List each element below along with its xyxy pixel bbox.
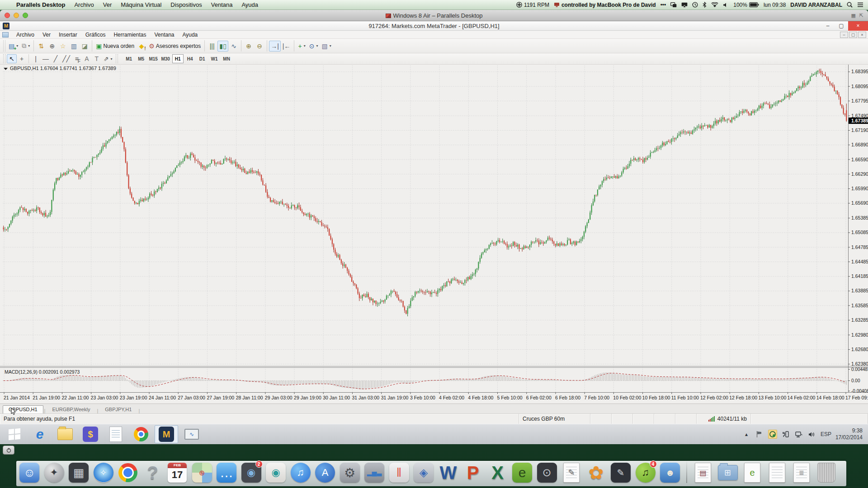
bluetooth-menu[interactable]: [703, 2, 707, 8]
taskbar-money-app[interactable]: $: [79, 425, 102, 443]
dock-item-finder[interactable]: ☺: [19, 462, 40, 483]
mac-menu-ver[interactable]: Ver: [99, 1, 117, 8]
dock-item-launchpad[interactable]: ✦: [44, 462, 65, 483]
taskbar-notepad[interactable]: [104, 425, 127, 443]
trendline-button[interactable]: ╱: [51, 54, 61, 63]
taskbar-start-button[interactable]: [3, 425, 26, 443]
vertical-line-button[interactable]: |: [31, 54, 41, 63]
fibonacci-button[interactable]: ≡F: [72, 54, 82, 63]
parallels-tray-icon[interactable]: [768, 430, 777, 439]
dock-item-movie-app[interactable]: ⊙: [537, 462, 557, 483]
dock-item-evernote[interactable]: e: [512, 462, 533, 483]
dock-item-evernote-doc[interactable]: e: [742, 462, 763, 483]
cursor-button[interactable]: ↖: [7, 54, 17, 63]
spotlight-menu[interactable]: [847, 2, 853, 8]
taskbar-clock[interactable]: 9:38 17/02/2014: [835, 427, 863, 441]
dock-item-papers-stack[interactable]: ≣: [791, 462, 812, 483]
notification-center-menu[interactable]: [857, 2, 863, 7]
fan-speed-indicator[interactable]: 1191 RPM: [516, 2, 549, 8]
market-watch-button[interactable]: ⇅: [36, 41, 47, 52]
dock-item-textedit[interactable]: ✎: [561, 462, 582, 483]
taskbar-internet-explorer[interactable]: e: [28, 425, 52, 443]
timeframe-mn-button[interactable]: MN: [221, 54, 232, 63]
text-button[interactable]: A: [82, 54, 92, 63]
dock-item-missing-app[interactable]: ?: [142, 462, 163, 483]
timeframe-h1-button[interactable]: H1: [172, 54, 184, 63]
dock-item-photos-grid[interactable]: ▦: [68, 462, 89, 483]
data-window-button[interactable]: ⊕: [47, 41, 57, 52]
navigator-button[interactable]: ☆: [57, 41, 68, 52]
mt-menu-insertar[interactable]: Insertar: [55, 32, 81, 38]
mt-menu-ver[interactable]: Ver: [38, 32, 55, 38]
menu-clock[interactable]: lun 09:38: [764, 2, 786, 8]
candlestick-mode-button[interactable]: ▮▯: [217, 41, 228, 52]
mt-menu-gráficos[interactable]: Gráficos: [81, 32, 110, 38]
dock-item-printer-stack[interactable]: ▤: [693, 462, 713, 483]
dock-item-app-store[interactable]: A: [315, 462, 335, 483]
timeframe-m30-button[interactable]: M30: [160, 54, 171, 63]
new-order-button[interactable]: ▣Nueva orden: [94, 41, 136, 52]
timeframe-m15-button[interactable]: M15: [148, 54, 159, 63]
new-chart-button[interactable]: ▤+▾: [7, 41, 20, 52]
dock-item-system-preferences[interactable]: ⚙: [340, 462, 360, 483]
parallels-window-titlebar[interactable]: Windows 8 Air – Parallels Desktop ▦ ⇱: [0, 10, 868, 21]
dock-item-remote-app[interactable]: ☻: [660, 462, 680, 483]
mac-menu-ayuda[interactable]: Ayuda: [237, 1, 263, 8]
taskbar-file-explorer[interactable]: [53, 425, 77, 443]
mac-app-menu[interactable]: Parallels Desktop: [12, 1, 70, 8]
timeframe-m1-button[interactable]: M1: [123, 54, 135, 63]
mac-menu-dispositivos[interactable]: Dispositivos: [166, 1, 206, 8]
mdi-close-button[interactable]: ×: [858, 32, 866, 38]
mt-menu-ayuda[interactable]: Ayuda: [178, 32, 202, 38]
dock-item-word[interactable]: W: [438, 462, 459, 483]
arrows-button[interactable]: ⇗▾: [102, 54, 114, 63]
dock-item-screen-app[interactable]: ✎: [610, 462, 631, 483]
indicators-button[interactable]: +▾: [296, 41, 307, 52]
crosshair-button[interactable]: +: [17, 54, 27, 63]
horizontal-line-button[interactable]: —: [41, 54, 51, 63]
dock-item-excel[interactable]: X: [487, 462, 508, 483]
mac-menu-archivo[interactable]: Archivo: [70, 1, 98, 8]
mdi-minimize-button[interactable]: –: [840, 32, 848, 38]
dock-item-maps[interactable]: ⊕: [192, 462, 212, 483]
parallels-control-indicator[interactable]: controlled by MacBook Pro de David: [554, 2, 656, 8]
dock-item-iphoto[interactable]: ◉: [265, 462, 286, 483]
mac-menu-máquina-virtual[interactable]: Máquina Virtual: [116, 1, 166, 8]
dock-item-itunes[interactable]: ♫: [290, 462, 311, 483]
equidistant-channel-button[interactable]: ╱╱: [61, 54, 72, 63]
wifi-menu[interactable]: [711, 2, 718, 8]
network-tray-icon[interactable]: [794, 430, 803, 439]
templates-button[interactable]: ▧▾: [320, 41, 333, 52]
chart-tab-eurgbp-weekly[interactable]: EURGBP,Weekly: [46, 405, 96, 413]
dock-item-powerpoint[interactable]: P: [462, 462, 483, 483]
language-indicator[interactable]: ESP: [821, 431, 831, 437]
more-status-items[interactable]: •••: [660, 2, 666, 8]
parallels-power-button[interactable]: [3, 446, 14, 455]
timeframe-h4-button[interactable]: H4: [184, 54, 196, 63]
dock-item-safari[interactable]: ✧: [93, 462, 114, 483]
volume-menu[interactable]: [723, 2, 729, 8]
tray-expand-button[interactable]: ▴: [742, 430, 751, 439]
user-menu[interactable]: DAVID ARANZABAL: [790, 2, 842, 8]
taskbar-google-chrome[interactable]: [129, 425, 153, 443]
dock-item-activity-stats[interactable]: ▂▅▃: [364, 462, 385, 483]
dock-item-windows-folder[interactable]: ⊞: [717, 462, 738, 483]
timeframe-d1-button[interactable]: D1: [197, 54, 208, 63]
display-mirroring-menu[interactable]: [670, 2, 677, 8]
dock-item-messages[interactable]: …: [216, 462, 237, 483]
volume-tray-icon[interactable]: [807, 430, 816, 439]
battery-indicator[interactable]: 100%: [733, 2, 759, 8]
dock-item-notes-stack[interactable]: [767, 462, 788, 483]
dock-item-spotify[interactable]: ♫4: [635, 462, 656, 483]
zoom-out-button[interactable]: ⊖: [254, 41, 265, 52]
chart-area[interactable]: 1.683951.680951.677951.674901.671901.668…: [0, 65, 868, 404]
airplay-menu[interactable]: [681, 2, 688, 8]
auto-scroll-button[interactable]: →|: [269, 41, 281, 52]
strategy-tester-button[interactable]: ◪: [79, 41, 90, 52]
timeframe-m5-button[interactable]: M5: [136, 54, 147, 63]
chart-shift-button[interactable]: |←: [281, 41, 292, 52]
mdi-restore-button[interactable]: ▢: [849, 32, 857, 38]
dock-item-design-app[interactable]: ◈: [413, 462, 434, 483]
mt-menu-herramientas[interactable]: Herramientas: [109, 32, 150, 38]
profiles-button[interactable]: ⧉▾: [20, 41, 32, 52]
